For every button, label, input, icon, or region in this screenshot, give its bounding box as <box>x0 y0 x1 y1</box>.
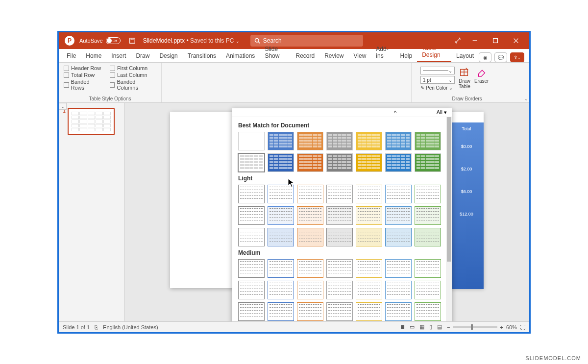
table-style-swatch[interactable] <box>268 228 294 246</box>
table-style-swatch[interactable] <box>238 259 265 278</box>
accessibility-icon[interactable]: ⎘ <box>95 324 98 330</box>
table-style-swatch[interactable] <box>297 259 323 278</box>
tab-layout[interactable]: Layout <box>451 49 479 62</box>
language-label[interactable]: English (United States) <box>103 324 158 330</box>
tab-help[interactable]: Help <box>395 49 417 62</box>
table-style-swatch[interactable] <box>268 259 294 278</box>
option-header-row[interactable]: Header Row <box>64 65 103 72</box>
border-style-select[interactable]: ⌄ <box>420 67 455 74</box>
table-style-swatch[interactable] <box>238 302 265 321</box>
table-style-swatch[interactable] <box>268 206 294 225</box>
tab-view[interactable]: View <box>349 49 371 62</box>
tab-draw[interactable]: Draw <box>131 49 154 62</box>
table-style-swatch[interactable] <box>268 281 294 299</box>
table-style-swatch[interactable] <box>415 228 441 246</box>
table-style-swatch[interactable] <box>415 302 441 321</box>
table-style-swatch[interactable] <box>326 228 353 246</box>
eraser-button[interactable]: Eraser <box>474 67 489 84</box>
table-style-swatch[interactable] <box>268 302 294 321</box>
table-style-swatch[interactable] <box>356 259 382 278</box>
table-style-swatch[interactable] <box>297 228 323 246</box>
table-style-swatch[interactable] <box>385 206 412 225</box>
view-reading-icon[interactable]: ▯ <box>429 324 432 330</box>
tab-review[interactable]: Review <box>319 49 348 62</box>
table-style-swatch[interactable] <box>297 281 323 299</box>
tab-add-ins[interactable]: Add-ins <box>371 43 395 62</box>
tab-table-design[interactable]: Table Design <box>417 42 451 62</box>
slide-canvas[interactable]: DiscountTotal $1.00$0.00$2.00$2.00$3.00$… <box>124 103 529 321</box>
slide-thumbnail[interactable]: 1 <box>63 108 120 135</box>
table-style-swatch[interactable] <box>415 185 441 203</box>
tab-home[interactable]: Home <box>81 49 106 62</box>
draw-table-button[interactable]: Draw Table <box>459 67 470 89</box>
option-banded-rows[interactable]: Banded Rows <box>64 78 103 91</box>
table-style-swatch[interactable] <box>385 281 412 299</box>
border-weight-select[interactable]: 1 pt⌄ <box>420 76 455 84</box>
table-style-swatch[interactable] <box>356 281 382 299</box>
option-total-row[interactable]: Total Row <box>64 72 103 78</box>
option-first-column[interactable]: First Column <box>110 65 156 72</box>
table-style-swatch[interactable] <box>356 153 382 172</box>
table-style-swatch[interactable] <box>326 259 353 278</box>
table-style-swatch[interactable] <box>356 206 382 225</box>
tab-file[interactable]: File <box>62 49 81 62</box>
table-style-swatch[interactable] <box>415 153 441 172</box>
dialog-launcher-icon[interactable]: ⌄ <box>524 97 528 101</box>
fit-to-window-icon[interactable]: ⛶ <box>520 324 525 330</box>
table-style-swatch[interactable] <box>326 185 353 203</box>
option-last-column[interactable]: Last Column <box>110 72 156 78</box>
magic-icon[interactable] <box>452 35 463 46</box>
pen-color-select[interactable]: ✎ Pen Color ⌄ <box>420 85 455 91</box>
document-title[interactable]: SlideModel.pptx • Saved to this PC ⌄ <box>143 37 240 44</box>
table-style-swatch[interactable] <box>238 132 265 150</box>
table-style-swatch[interactable] <box>385 185 412 203</box>
qat-expand-icon[interactable]: ⌄ <box>59 103 67 110</box>
record-button[interactable]: ◉ <box>479 52 491 62</box>
maximize-button[interactable] <box>487 34 504 48</box>
gallery-filter[interactable]: All ▾ <box>437 109 447 116</box>
tab-record[interactable]: Record <box>291 49 319 62</box>
table-style-swatch[interactable] <box>326 302 353 321</box>
table-style-swatch[interactable] <box>385 153 412 172</box>
table-style-swatch[interactable] <box>385 259 412 278</box>
autosave-toggle[interactable]: AutoSave Off <box>79 37 121 44</box>
zoom-control[interactable]: −+ 60% ⛶ <box>447 324 525 330</box>
save-icon[interactable] <box>127 35 138 46</box>
comments-button[interactable]: 💬 <box>494 52 507 62</box>
table-style-swatch[interactable] <box>238 153 265 172</box>
table-style-swatch[interactable] <box>238 228 265 246</box>
close-button[interactable] <box>507 34 525 48</box>
table-style-swatch[interactable] <box>297 206 323 225</box>
table-style-swatch[interactable] <box>356 228 382 246</box>
table-style-swatch[interactable] <box>385 228 412 246</box>
table-style-swatch[interactable] <box>268 132 294 150</box>
tab-transitions[interactable]: Transitions <box>183 49 221 62</box>
view-sorter-icon[interactable]: ▦ <box>419 324 424 330</box>
table-style-swatch[interactable] <box>238 281 265 299</box>
view-slideshow-icon[interactable]: ▤ <box>437 324 442 330</box>
table-style-swatch[interactable] <box>385 132 412 150</box>
table-style-swatch[interactable] <box>238 206 265 225</box>
table-style-swatch[interactable] <box>297 302 323 321</box>
tab-animations[interactable]: Animations <box>221 49 260 62</box>
table-style-swatch[interactable] <box>297 185 323 203</box>
tab-insert[interactable]: Insert <box>106 49 131 62</box>
table-style-swatch[interactable] <box>415 206 441 225</box>
tab-slide-show[interactable]: Slide Show <box>260 43 291 62</box>
table-style-swatch[interactable] <box>415 281 441 299</box>
option-banded-columns[interactable]: Banded Columns <box>110 78 156 91</box>
table-style-swatch[interactable] <box>238 185 265 203</box>
tab-design[interactable]: Design <box>154 49 182 62</box>
table-style-swatch[interactable] <box>415 259 441 278</box>
gallery-scrollbar[interactable] <box>446 117 452 321</box>
notes-button[interactable]: ≣ <box>400 324 405 330</box>
table-style-swatch[interactable] <box>326 153 353 172</box>
table-style-swatch[interactable] <box>268 153 294 172</box>
table-style-swatch[interactable] <box>356 132 382 150</box>
table-style-swatch[interactable] <box>326 132 353 150</box>
gallery-nav-up-icon[interactable]: ^ <box>394 110 396 116</box>
table-style-swatch[interactable] <box>415 132 441 150</box>
table-style-swatch[interactable] <box>326 281 353 299</box>
view-normal-icon[interactable]: ▭ <box>410 324 415 330</box>
table-style-swatch[interactable] <box>326 206 353 225</box>
